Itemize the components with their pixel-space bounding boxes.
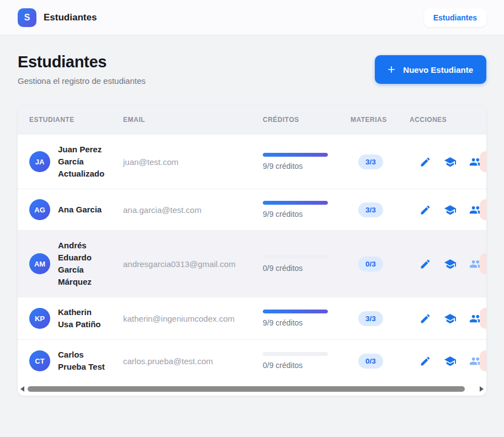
edit-button[interactable] xyxy=(420,156,431,168)
subjects-button[interactable] xyxy=(444,156,457,168)
delete-button-peek[interactable] xyxy=(480,199,486,220)
column-header-acciones: Acciones xyxy=(410,116,486,124)
student-name: Katherin Usa Patiño xyxy=(58,306,109,331)
page-header: Estudiantes Gestiona el registro de estu… xyxy=(0,35,504,86)
edit-button[interactable] xyxy=(420,355,431,367)
credits-progress-fill xyxy=(263,153,328,157)
app-logo: S xyxy=(18,8,36,27)
credits-progress-fill xyxy=(263,201,328,205)
actions-cell xyxy=(410,355,486,367)
graduation-cap-icon xyxy=(444,361,457,369)
student-name: Andrés Eduardo García Márquez xyxy=(58,239,109,288)
column-header-materias: Materias xyxy=(351,116,410,124)
graduation-cap-icon xyxy=(444,162,457,170)
student-name: Ana Garcia xyxy=(58,204,109,216)
graduation-cap-icon xyxy=(444,210,457,218)
nav-estudiantes-button[interactable]: Estudiantes xyxy=(424,8,486,27)
new-student-button-label: Nuevo Estudiante xyxy=(403,65,473,74)
materias-cell: 3/3 xyxy=(351,202,410,217)
delete-button-peek[interactable] xyxy=(480,350,486,371)
actions-cell xyxy=(410,258,486,270)
avatar: AM xyxy=(29,253,50,274)
credits-label: 0/9 créditos xyxy=(263,264,351,273)
pencil-icon xyxy=(420,263,431,271)
table-header-row: Estudiante Email Créditos Materias Accio… xyxy=(18,105,486,134)
credits-cell: 9/9 créditos xyxy=(263,153,351,170)
column-header-estudiante: Estudiante xyxy=(29,116,123,124)
credits-label: 9/9 créditos xyxy=(263,210,351,218)
delete-button-peek[interactable] xyxy=(480,253,486,274)
page-title: Estudiantes xyxy=(18,53,146,71)
subjects-button[interactable] xyxy=(444,312,457,325)
credits-progress-bar xyxy=(263,255,328,259)
avatar: KP xyxy=(29,308,50,329)
credits-progress-bar xyxy=(263,352,328,356)
table-row: CT Carlos Prueba Test carlos.prueba@test… xyxy=(18,339,486,382)
actions-cell xyxy=(410,156,486,168)
table-row: AM Andrés Eduardo García Márquez andresg… xyxy=(18,230,486,297)
student-email: andresgarcia0313@gmail.com xyxy=(123,259,263,269)
actions-cell xyxy=(410,312,486,325)
materias-badge: 3/3 xyxy=(358,202,383,217)
edit-button[interactable] xyxy=(420,313,431,324)
student-cell: CT Carlos Prueba Test xyxy=(29,349,123,373)
app-title: Estudiantes xyxy=(44,12,97,23)
student-email: carlos.prueba@test.com xyxy=(123,356,263,366)
materias-badge: 0/3 xyxy=(358,354,383,369)
credits-label: 0/9 créditos xyxy=(263,361,351,370)
credits-cell: 9/9 créditos xyxy=(263,201,351,218)
credits-cell: 9/9 créditos xyxy=(263,310,351,327)
student-cell: AG Ana Garcia xyxy=(29,199,123,220)
student-name: Juan Perez García Actualizado xyxy=(58,143,109,180)
avatar: AG xyxy=(29,199,50,220)
materias-badge: 0/3 xyxy=(358,257,383,271)
materias-cell: 0/3 xyxy=(351,257,410,271)
subjects-button[interactable] xyxy=(444,355,457,367)
credits-progress-fill xyxy=(263,310,328,313)
student-cell: KP Katherin Usa Patiño xyxy=(29,306,123,331)
avatar: JA xyxy=(29,151,50,172)
table-body: JA Juan Perez García Actualizado juan@te… xyxy=(18,134,486,382)
credits-label: 9/9 créditos xyxy=(263,162,351,170)
table-row: AG Ana Garcia ana.garcia@test.com 9/9 cr… xyxy=(18,189,486,230)
credits-progress-bar xyxy=(263,201,328,205)
credits-cell: 0/9 créditos xyxy=(263,255,351,273)
scrollbar-track[interactable] xyxy=(26,386,478,392)
scrollbar-thumb[interactable] xyxy=(28,386,465,392)
materias-badge: 3/3 xyxy=(358,154,383,169)
pencil-icon xyxy=(420,161,431,169)
left-arrow-icon[interactable] xyxy=(20,386,24,392)
delete-button-peek[interactable] xyxy=(480,308,486,329)
pencil-icon xyxy=(420,209,431,217)
materias-badge: 3/3 xyxy=(358,311,383,326)
credits-progress-bar xyxy=(263,153,328,157)
edit-button[interactable] xyxy=(420,204,431,216)
app-bar: S Estudiantes Estudiantes xyxy=(0,0,504,35)
materias-cell: 3/3 xyxy=(351,311,410,326)
subjects-button[interactable] xyxy=(444,204,457,216)
student-cell: AM Andrés Eduardo García Márquez xyxy=(29,239,123,288)
horizontal-scrollbar[interactable] xyxy=(18,382,486,396)
table-row: JA Juan Perez García Actualizado juan@te… xyxy=(18,134,486,189)
delete-button-peek[interactable] xyxy=(480,151,486,172)
student-name: Carlos Prueba Test xyxy=(58,349,109,373)
new-student-button[interactable]: Nuevo Estudiante xyxy=(375,55,486,84)
credits-cell: 0/9 créditos xyxy=(263,352,351,370)
student-cell: JA Juan Perez García Actualizado xyxy=(29,143,123,180)
pencil-icon xyxy=(420,318,431,326)
student-email: ana.garcia@test.com xyxy=(123,205,263,215)
materias-cell: 0/3 xyxy=(351,354,410,369)
actions-cell xyxy=(410,204,486,216)
page-subtitle: Gestiona el registro de estudiantes xyxy=(18,76,146,86)
table-row: KP Katherin Usa Patiño katherin@ingenium… xyxy=(18,297,486,339)
right-arrow-icon[interactable] xyxy=(480,386,484,392)
student-email: juan@test.com xyxy=(123,157,263,167)
graduation-cap-icon xyxy=(444,264,457,272)
graduation-cap-icon xyxy=(444,318,457,327)
subjects-button[interactable] xyxy=(444,258,457,270)
credits-progress-bar xyxy=(263,310,328,313)
column-header-email: Email xyxy=(123,116,263,124)
materias-cell: 3/3 xyxy=(351,154,410,169)
students-table: Estudiante Email Créditos Materias Accio… xyxy=(18,105,486,396)
edit-button[interactable] xyxy=(420,258,431,270)
